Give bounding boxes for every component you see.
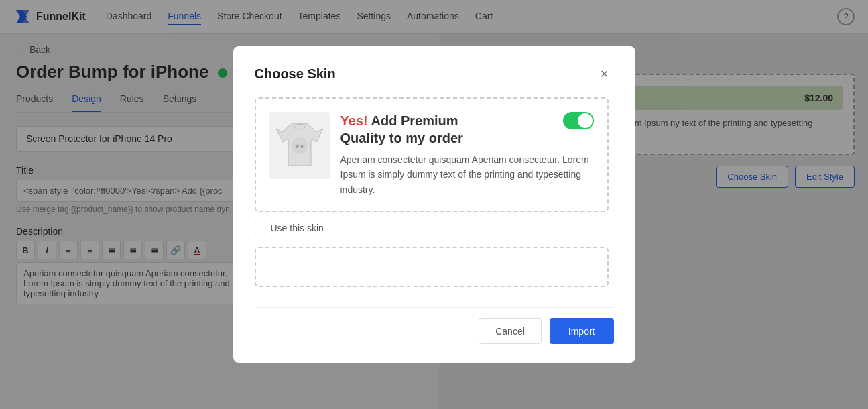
skin-headline: Yes! Add PremiumQuality to my order	[340, 112, 594, 147]
modal-header: Choose Skin ×	[255, 65, 614, 84]
skin-content: Yes! Add PremiumQuality to my order Aper…	[340, 112, 594, 197]
modal-footer: Cancel Import	[255, 307, 614, 344]
modal-overlay[interactable]: Choose Skin × ★★ Yes! Add PremiumQu	[0, 0, 868, 409]
choose-skin-modal: Choose Skin × ★★ Yes! Add PremiumQu	[233, 46, 635, 363]
skin-body-text: Aperiam consectetur quisquam Aperiam con…	[340, 152, 594, 197]
toggle-knob	[578, 113, 593, 128]
tshirt-icon: ★★	[276, 119, 323, 172]
cancel-button[interactable]: Cancel	[479, 318, 542, 344]
skin-card-1: ★★ Yes! Add PremiumQuality to my order A…	[255, 97, 609, 212]
skin-product-image: ★★	[269, 112, 330, 179]
skin-card-2	[255, 247, 609, 287]
modal-title: Choose Skin	[255, 66, 336, 82]
use-skin-label: Use this skin	[271, 223, 324, 233]
use-skin-row: Use this skin	[255, 223, 609, 233]
skin-toggle[interactable]	[563, 112, 594, 129]
modal-close-button[interactable]: ×	[595, 65, 614, 84]
use-skin-checkbox[interactable]	[255, 223, 265, 233]
modal-scroll-area[interactable]: ★★ Yes! Add PremiumQuality to my order A…	[255, 97, 614, 300]
import-button[interactable]: Import	[550, 318, 614, 344]
svg-text:★★: ★★	[295, 143, 304, 150]
